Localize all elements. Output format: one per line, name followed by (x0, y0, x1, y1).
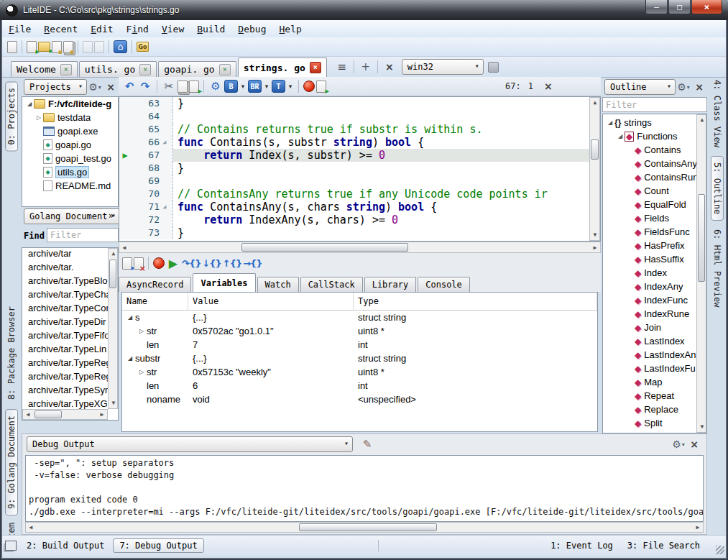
open-file-icon[interactable] (27, 41, 37, 53)
editor-hscrollbar[interactable]: ◀▶ (119, 242, 601, 253)
side-tab-5-outline[interactable]: 5: Outline (711, 156, 724, 221)
sidebar-more-button[interactable]: » (109, 211, 114, 221)
go-docs-icon[interactable]: Go (137, 42, 149, 52)
tab-Welcome[interactable]: Welcome× (11, 61, 78, 77)
variables-header[interactable]: NameValueType (122, 293, 597, 311)
home-icon[interactable]: ⌂ (114, 40, 127, 53)
column-header-name[interactable]: Name (122, 293, 188, 310)
project-tree[interactable]: ◢F:/vfc/liteide-g▷testdatagoapi.exegoapi… (22, 96, 119, 207)
menu-recent[interactable]: Recent (37, 22, 84, 36)
outline-filter-input[interactable] (602, 97, 707, 112)
menu-build[interactable]: Build (190, 22, 231, 36)
debug-tab-variables[interactable]: Variables (193, 273, 255, 292)
package-filter-input[interactable] (47, 228, 119, 242)
tree-item-utils-go[interactable]: utils.go (22, 165, 118, 179)
stop-debug-icon[interactable] (153, 257, 165, 269)
status-3-file-search[interactable]: 3: File Search (622, 539, 706, 552)
sidebar-view-combo[interactable]: Golang Document (24, 208, 120, 224)
tab-close-icon[interactable]: × (310, 62, 321, 73)
record-icon[interactable] (303, 81, 315, 92)
package-item[interactable]: archive/tar.TypeBlo (22, 275, 108, 289)
package-item[interactable]: archive/tar.TypeSym (22, 385, 108, 398)
build-config-icon[interactable]: ⚙ (208, 79, 223, 93)
target-option-button[interactable] (488, 62, 499, 73)
menu-help[interactable]: Help (273, 22, 308, 36)
package-item[interactable]: archive/tar.TypeReg (22, 371, 108, 385)
outline-item-join[interactable]: ◆Join (603, 321, 696, 334)
row-expander-icon[interactable]: ◢ (125, 314, 135, 321)
row-expander-icon[interactable]: ▷ (137, 328, 147, 334)
tab-stringsgo[interactable]: strings. go× (238, 58, 327, 77)
variable-row[interactable]: nonamevoid<unspecified> (122, 393, 597, 406)
build-menu-caret-icon[interactable]: ▾ (239, 79, 246, 93)
row-expander-icon[interactable]: ◢ (125, 355, 135, 362)
side-tab-9-golang-document[interactable]: 9: Golang Document (5, 409, 18, 515)
menu-edit[interactable]: Edit (84, 22, 119, 36)
outline-item-lastindexfu[interactable]: ◆LastIndexFu (603, 362, 696, 375)
outline-item-containsrun[interactable]: ◆ContainsRun (603, 170, 696, 184)
package-item[interactable]: archive/tar.TypeLin (22, 344, 108, 357)
output-menu-gear-icon[interactable]: ⚙ (671, 437, 686, 451)
package-item[interactable]: archive/tar (22, 248, 108, 262)
copy-icon[interactable] (178, 81, 188, 93)
outline-item-count[interactable]: ◆Count (603, 184, 696, 198)
outline-item-map[interactable]: ◆Map (603, 375, 696, 389)
split-add-icon[interactable]: + (359, 60, 373, 74)
variable-row[interactable]: ▷str0x5702ac "go1.0.1"uint8 * (122, 324, 597, 338)
outline-item-fields[interactable]: ◆Fields (603, 211, 696, 225)
minimize-button-icon[interactable]: — (645, 0, 668, 14)
outline-item-replace[interactable]: ◆Replace (603, 403, 696, 416)
tab-goapigo[interactable]: goapi. go× (158, 61, 236, 77)
fold-marker-icon[interactable]: ◢ (160, 136, 170, 149)
menu-debug[interactable]: Debug (231, 22, 272, 36)
maximize-button-icon[interactable]: □ (668, 0, 691, 14)
package-list[interactable]: archive/tararchive/tar.archive/tar.TypeB… (22, 248, 108, 412)
tree-item-goapi_test-go[interactable]: goapi_test.go (22, 152, 118, 165)
outline-item-split[interactable]: ◆Split (603, 416, 696, 430)
row-expander-icon[interactable]: ▷ (137, 369, 147, 375)
status-1-event-log[interactable]: 1: Event Log (545, 539, 619, 552)
debug-tab-console[interactable]: Console (418, 277, 470, 292)
outline-item-contains[interactable]: ◆Contains (603, 143, 696, 157)
outline-item-strings[interactable]: ◢{}strings (603, 116, 696, 129)
variable-row[interactable]: ◢s{...}struct string (122, 311, 597, 324)
package-item[interactable]: archive/tar.TypeFifo (22, 330, 108, 344)
redo-icon[interactable]: ↷ (138, 79, 152, 93)
package-item[interactable]: archive/tar.TypeDir (22, 316, 108, 330)
package-item[interactable]: archive/tar. (22, 262, 108, 275)
continue-icon[interactable]: ▶ (166, 256, 180, 270)
outline-expander-icon[interactable]: ◢ (606, 119, 614, 126)
step-out-icon[interactable]: ↑{} (223, 256, 241, 270)
build-run-button[interactable]: BR (248, 80, 262, 93)
debug-tab-callstack[interactable]: CallStack (300, 277, 363, 292)
column-header-type[interactable]: Type (354, 293, 597, 310)
package-list-vscrollbar[interactable]: ▲▼ (108, 248, 118, 409)
tree-item-goapi-exe[interactable]: goapi.exe (22, 124, 118, 138)
variable-row[interactable]: ◢substr{...}struct string (122, 352, 597, 365)
remove-breakpoints-icon[interactable] (134, 257, 144, 270)
menu-find[interactable]: Find (120, 22, 155, 36)
side-tab-6-html-preview[interactable]: 6: Html Preview (712, 229, 722, 307)
package-item[interactable]: archive/tar.TypeReg (22, 357, 108, 371)
outline-tree[interactable]: ◢{}strings◢◆Functions◆Contains◆ContainsA… (603, 116, 696, 433)
tab-close-icon[interactable]: × (219, 64, 231, 75)
cut-icon[interactable]: ✂ (162, 79, 176, 93)
title-bar[interactable]: LiteIDE - C:\Go\src\pkg\strings\strings.… (0, 0, 728, 20)
test-button[interactable]: T (272, 80, 285, 93)
step-over-icon[interactable]: ↷{} (182, 256, 201, 270)
outline-item-indexfunc[interactable]: ◆IndexFunc (603, 293, 696, 307)
outline-close-icon[interactable]: × (692, 80, 706, 94)
outline-item-equalfold[interactable]: ◆EqualFold (603, 198, 696, 211)
tree-item-testdata[interactable]: ▷testdata (22, 111, 118, 124)
variable-row[interactable]: ▷str0x57153c "weekly"uint8 * (122, 365, 597, 379)
split-close-icon[interactable]: × (382, 60, 397, 74)
debug-tab-asyncrecord[interactable]: AsyncRecord (119, 277, 191, 292)
save-all-icon[interactable] (63, 41, 73, 53)
import-session-icon[interactable] (122, 257, 132, 270)
paste-icon[interactable] (189, 81, 199, 93)
package-item[interactable]: archive/tar.TypeCon (22, 303, 108, 316)
debug-output-text[interactable]: -sep=", ": setup separators -v=false: ve… (25, 455, 704, 522)
close-button-icon[interactable]: × (691, 0, 722, 14)
side-tab-4-class-view[interactable]: 4: Class View (712, 80, 722, 147)
projects-menu-gear-icon[interactable]: ⚙ (88, 80, 102, 94)
